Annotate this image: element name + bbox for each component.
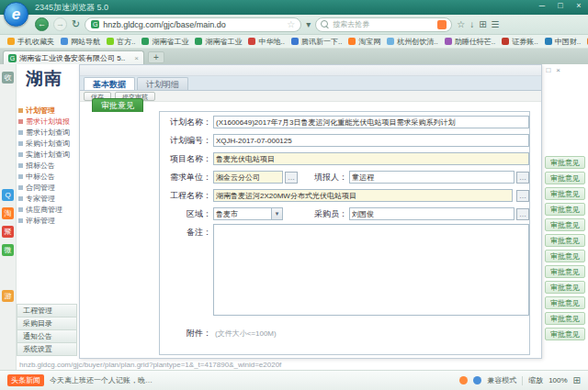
bookmark-item[interactable]: 中国财.. <box>545 37 581 47</box>
sidebar-nav-item[interactable]: 招标公告 <box>18 160 77 171</box>
inner-close-icon[interactable]: × <box>556 66 560 74</box>
coupon-icon[interactable] <box>437 20 447 29</box>
tab-plan-detail[interactable]: 计划明细 <box>137 77 188 90</box>
approval-opinion-button[interactable]: 审批意见 <box>545 281 585 294</box>
approval-opinion-button[interactable]: 审批意见 <box>545 312 585 325</box>
approval-opinion-button[interactable]: 审批意见 <box>545 156 585 169</box>
menu-icon[interactable]: ☰ <box>492 19 500 29</box>
sidebar-nav-item[interactable]: 合同管理 <box>18 182 77 193</box>
bookmark-item[interactable]: 助睡仕特芒.. <box>445 37 495 47</box>
tab-basic-data[interactable]: 基本数据 <box>84 77 135 90</box>
sidebar-shortcut-icon[interactable]: 微 <box>2 244 14 256</box>
browser-toolbar: ← → ↻ G hnzb.gldcg.com/gjc/base/main.do … <box>0 15 588 35</box>
news-ticker[interactable]: 今天离上班还一个人记账，晚… <box>50 375 454 385</box>
bookmark-favicon <box>502 38 509 45</box>
bookmark-item[interactable]: 湖南省工业 <box>141 37 188 47</box>
browser-tab[interactable]: G 湖南省工业设备安装有限公司 5.. × <box>3 50 144 64</box>
bookmark-item[interactable]: 腾讯新一下.. <box>291 37 342 47</box>
plan-no-input[interactable] <box>213 134 529 147</box>
sidebar-nav-item[interactable]: 需求计划查询 <box>18 127 77 138</box>
region-select[interactable]: 鲁麦市 ▾ <box>213 207 283 220</box>
sidebar-nav-item[interactable]: 实施计划查询 <box>18 149 77 160</box>
nav-group-bar[interactable]: 工程管理 <box>17 304 77 318</box>
sidebar-shortcut-icon[interactable]: 淘 <box>2 207 14 219</box>
approval-opinion-button[interactable]: 审批意见 <box>545 187 585 200</box>
nav-group-bar[interactable]: 通知公告 <box>17 329 77 343</box>
speedup-icon[interactable] <box>459 376 468 384</box>
sidebar-nav-item[interactable]: 计划管理 <box>18 105 77 116</box>
compat-mode-label[interactable]: 兼容模式 <box>487 375 516 385</box>
sidebar-nav-item[interactable]: 供应商管理 <box>18 204 77 215</box>
eng-name-input[interactable] <box>213 189 513 202</box>
approval-opinion-button[interactable]: 审批意见 <box>545 218 585 231</box>
nav-label: 合同管理 <box>26 183 55 193</box>
bookmark-star-icon[interactable]: ☆ <box>287 19 295 29</box>
sidebar-nav-item[interactable]: 采购计划查询 <box>18 138 77 149</box>
approval-section-tab[interactable]: 审批意见 <box>92 98 143 112</box>
search-input[interactable] <box>333 20 434 28</box>
compat-mode-icon[interactable] <box>473 376 481 384</box>
buyer-picker-button[interactable]: … <box>516 208 529 220</box>
new-tab-button[interactable]: + <box>148 51 164 63</box>
news-badge[interactable]: 头条新闻 <box>7 374 44 386</box>
tab-close-icon[interactable]: × <box>134 54 139 62</box>
sidebar-nav-item[interactable]: 专家管理 <box>18 193 77 204</box>
approval-opinion-button[interactable]: 审批意见 <box>545 265 585 278</box>
approval-opinion-button[interactable]: 审批意见 <box>545 296 585 309</box>
sidebar-shortcut-icon[interactable]: 游 <box>2 290 14 302</box>
favorites-icon[interactable]: ☆ <box>457 19 465 29</box>
bookmark-item[interactable]: 手机收藏夹 <box>7 37 54 47</box>
demand-unit-picker-button[interactable]: … <box>285 172 298 184</box>
address-bar[interactable]: G hnzb.gldcg.com/gjc/base/main.do ☆ <box>85 17 301 32</box>
filler-input[interactable] <box>349 171 514 184</box>
close-button[interactable]: × <box>573 1 584 10</box>
apps-icon[interactable]: ⊞ <box>479 19 486 29</box>
panel-grid-icon[interactable]: ⊞ <box>573 375 581 385</box>
address-dropdown-icon[interactable]: ▾ <box>306 19 311 29</box>
approval-opinion-button[interactable]: 审批意见 <box>545 172 585 184</box>
buyer-input[interactable] <box>349 207 514 220</box>
forward-button[interactable]: → <box>53 17 67 31</box>
sidebar-nav-item[interactable]: 评标管理 <box>18 215 77 226</box>
minimize-button[interactable]: ─ <box>537 1 548 10</box>
company-logo: 湖南 <box>26 67 62 91</box>
approval-opinion-button[interactable]: 审批意见 <box>545 250 585 262</box>
approval-opinion-button[interactable]: 审批意见 <box>545 328 585 340</box>
dialog-toolbar: 保存 提交审核 <box>80 91 541 102</box>
bookmark-item[interactable]: 网站导航 <box>61 37 100 47</box>
search-box[interactable] <box>315 17 452 32</box>
bookmark-item[interactable]: 淘宝网 <box>348 37 380 47</box>
maximize-button[interactable]: □ <box>555 1 566 10</box>
back-button[interactable]: ← <box>35 17 49 31</box>
project-name-input[interactable] <box>213 152 529 165</box>
sidebar-shortcut-icon[interactable]: 收 <box>2 72 14 84</box>
demand-unit-input[interactable] <box>213 171 283 184</box>
bookmark-item[interactable]: 中华地.. <box>248 37 284 47</box>
sidebar-nav-item[interactable]: 中标公告 <box>18 171 77 182</box>
sidebar-nav-item[interactable]: 需求计划填报 <box>18 116 77 127</box>
bookmark-label: 证券账.. <box>512 37 537 47</box>
eng-name-label: 工程名称： <box>160 189 211 203</box>
plan-name-input[interactable] <box>213 116 529 128</box>
nav-group-bar[interactable]: 系统设置 <box>17 342 77 356</box>
bookmark-item[interactable]: 杭州创饮清.. <box>387 37 437 47</box>
remark-textarea[interactable] <box>213 224 529 316</box>
bookmarks-bar: 手机收藏夹 网站导航 官方.. 湖南省工业 湖南省工业 <box>0 35 588 49</box>
bookmark-favicon <box>545 38 552 45</box>
filler-picker-button[interactable]: … <box>516 172 529 184</box>
download-icon[interactable]: ↓ <box>469 19 474 29</box>
approval-opinion-button[interactable]: 审批意见 <box>545 234 585 247</box>
bookmark-item[interactable]: 湖南省工业 <box>195 37 242 47</box>
browser-logo[interactable]: e <box>4 2 28 27</box>
nav-group-bar[interactable]: 采购目录 <box>17 317 77 330</box>
approval-opinion-button[interactable]: 审批意见 <box>545 203 585 216</box>
url-text[interactable]: hnzb.gldcg.com/gjc/base/main.do <box>103 20 283 29</box>
eng-name-picker-button[interactable]: … <box>516 190 529 202</box>
inner-maximize-icon[interactable]: □ <box>546 66 550 74</box>
bookmark-item[interactable]: 证券账.. <box>502 37 537 47</box>
sidebar-shortcut-icon[interactable]: Q <box>2 189 14 201</box>
refresh-button[interactable]: ↻ <box>72 18 80 30</box>
sidebar-shortcut-icon[interactable]: 聚 <box>2 226 14 238</box>
zoom-value[interactable]: 100% <box>548 376 567 384</box>
bookmark-item[interactable]: 官方.. <box>107 37 135 47</box>
